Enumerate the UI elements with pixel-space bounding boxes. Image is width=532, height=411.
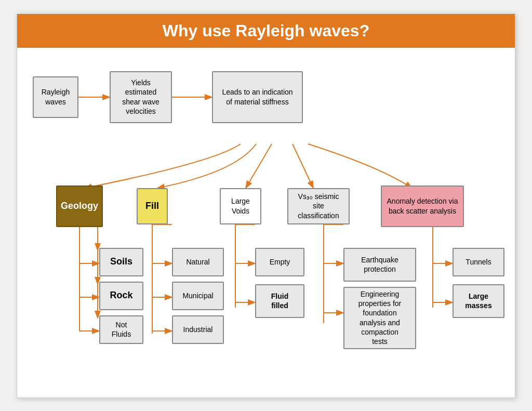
vs30-box: Vs₃₀ seismic site classification: [287, 188, 350, 224]
empty-box: Empty: [255, 248, 304, 276]
municipal-box: Municipal: [172, 282, 224, 310]
slide-title: Why use Rayleigh waves?: [28, 21, 504, 41]
slide: Why use Rayleigh waves?: [17, 14, 515, 398]
tunnels-box: Tunnels: [453, 248, 504, 276]
geology-box: Geology: [56, 185, 103, 227]
industrial-box: Industrial: [172, 315, 224, 344]
engineering-box: Engineering properties for foundation an…: [343, 287, 416, 349]
natural-box: Natural: [172, 248, 224, 276]
fill-box: Fill: [137, 188, 168, 224]
large-voids-box: Large Voids: [220, 188, 261, 224]
rock-box: Rock: [99, 282, 143, 310]
svg-line-3: [246, 144, 272, 188]
content-area: Rayleigh waves Yields estimated shear wa…: [17, 48, 515, 397]
fluid-filled-box: Fluid filled: [255, 284, 304, 318]
title-bar: Why use Rayleigh waves?: [17, 14, 515, 48]
anomaly-box: Anomaly detection via back scatter analy…: [381, 185, 464, 227]
soils-box: Soils: [99, 248, 143, 276]
svg-line-4: [292, 144, 313, 188]
earthquake-box: Earthquake protection: [343, 248, 416, 282]
rayleigh-box: Rayleigh waves: [33, 76, 78, 118]
yields-box: Yields estimated shear wave velocities: [110, 71, 172, 123]
large-masses-box: Large masses: [453, 284, 504, 318]
leads-box: Leads to an indication of material stiff…: [212, 71, 303, 123]
not-fluids-box: Not Fluids: [99, 315, 143, 344]
